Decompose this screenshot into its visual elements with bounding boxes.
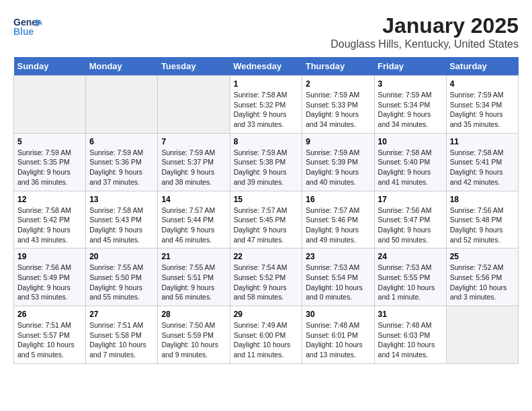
day-detail: Sunrise: 7:53 AM Sunset: 5:55 PM Dayligh… [378,263,443,302]
calendar-cell: 28Sunrise: 7:50 AM Sunset: 5:59 PM Dayli… [158,306,230,364]
day-number: 31 [378,310,443,319]
day-detail: Sunrise: 7:58 AM Sunset: 5:43 PM Dayligh… [89,205,154,245]
calendar-cell: 13Sunrise: 7:58 AM Sunset: 5:43 PM Dayli… [86,191,158,248]
calendar-cell: 16Sunrise: 7:57 AM Sunset: 5:46 PM Dayli… [302,191,374,248]
day-detail: Sunrise: 7:55 AM Sunset: 5:51 PM Dayligh… [161,263,226,302]
calendar-cell: 15Sunrise: 7:57 AM Sunset: 5:45 PM Dayli… [230,191,302,248]
day-detail: Sunrise: 7:59 AM Sunset: 5:37 PM Dayligh… [161,148,226,187]
calendar-cell: 18Sunrise: 7:56 AM Sunset: 5:48 PM Dayli… [446,191,518,248]
location-title: Douglass Hills, Kentucky, United States [330,38,519,50]
day-number: 22 [234,252,299,261]
calendar-cell: 12Sunrise: 7:58 AM Sunset: 5:42 PM Dayli… [14,191,86,248]
day-number: 3 [378,79,443,89]
day-number: 28 [161,310,226,319]
weekday-header: Friday [374,57,446,76]
calendar-cell: 4Sunrise: 7:59 AM Sunset: 5:34 PM Daylig… [446,76,518,134]
day-detail: Sunrise: 7:58 AM Sunset: 5:41 PM Dayligh… [450,148,515,187]
logo: General Blue [13,13,42,42]
month-title: January 2025 [330,13,519,38]
day-number: 9 [306,137,370,146]
calendar-cell [446,306,518,364]
calendar-cell: 9Sunrise: 7:59 AM Sunset: 5:39 PM Daylig… [302,133,374,191]
calendar-cell: 26Sunrise: 7:51 AM Sunset: 5:57 PM Dayli… [14,306,86,364]
day-detail: Sunrise: 7:57 AM Sunset: 5:45 PM Dayligh… [234,205,299,245]
day-detail: Sunrise: 7:56 AM Sunset: 5:49 PM Dayligh… [17,263,82,302]
calendar-cell: 19Sunrise: 7:56 AM Sunset: 5:49 PM Dayli… [14,248,86,306]
day-number: 16 [306,195,370,204]
day-detail: Sunrise: 7:48 AM Sunset: 6:03 PM Dayligh… [378,320,443,360]
calendar-cell [14,76,86,134]
calendar-week-row: 12Sunrise: 7:58 AM Sunset: 5:42 PM Dayli… [14,191,519,248]
calendar-cell: 17Sunrise: 7:56 AM Sunset: 5:47 PM Dayli… [374,191,446,248]
svg-text:Blue: Blue [13,26,34,37]
calendar-cell: 11Sunrise: 7:58 AM Sunset: 5:41 PM Dayli… [446,133,518,191]
calendar-cell: 23Sunrise: 7:53 AM Sunset: 5:54 PM Dayli… [302,248,374,306]
day-detail: Sunrise: 7:54 AM Sunset: 5:52 PM Dayligh… [234,263,299,302]
day-number: 19 [17,252,82,261]
day-detail: Sunrise: 7:49 AM Sunset: 6:00 PM Dayligh… [234,320,299,360]
day-number: 11 [450,137,515,146]
day-detail: Sunrise: 7:56 AM Sunset: 5:48 PM Dayligh… [450,205,515,245]
calendar-cell: 31Sunrise: 7:48 AM Sunset: 6:03 PM Dayli… [374,306,446,364]
day-number: 18 [450,195,515,204]
day-number: 2 [306,79,370,89]
calendar-cell: 5Sunrise: 7:59 AM Sunset: 5:35 PM Daylig… [14,133,86,191]
day-detail: Sunrise: 7:55 AM Sunset: 5:50 PM Dayligh… [89,263,154,302]
day-detail: Sunrise: 7:56 AM Sunset: 5:47 PM Dayligh… [378,205,443,245]
day-detail: Sunrise: 7:59 AM Sunset: 5:38 PM Dayligh… [234,148,299,187]
day-detail: Sunrise: 7:48 AM Sunset: 6:01 PM Dayligh… [306,320,370,360]
day-number: 7 [161,137,226,146]
day-detail: Sunrise: 7:59 AM Sunset: 5:33 PM Dayligh… [306,90,370,130]
day-number: 4 [450,79,515,89]
day-number: 25 [450,252,515,261]
day-detail: Sunrise: 7:53 AM Sunset: 5:54 PM Dayligh… [306,263,370,302]
page-header: General Blue January 2025 Douglass Hills… [13,13,519,50]
day-detail: Sunrise: 7:58 AM Sunset: 5:32 PM Dayligh… [234,90,299,130]
weekday-header: Thursday [302,57,374,76]
logo-graphic: General Blue [13,13,42,42]
day-detail: Sunrise: 7:59 AM Sunset: 5:34 PM Dayligh… [378,90,443,130]
calendar-cell [86,76,158,134]
calendar-cell: 20Sunrise: 7:55 AM Sunset: 5:50 PM Dayli… [86,248,158,306]
calendar-cell: 24Sunrise: 7:53 AM Sunset: 5:55 PM Dayli… [374,248,446,306]
day-number: 30 [306,310,370,319]
weekday-header: Saturday [446,57,518,76]
day-number: 10 [378,137,443,146]
day-detail: Sunrise: 7:59 AM Sunset: 5:34 PM Dayligh… [450,90,515,130]
day-detail: Sunrise: 7:59 AM Sunset: 5:36 PM Dayligh… [89,148,154,187]
day-number: 15 [234,195,299,204]
day-detail: Sunrise: 7:58 AM Sunset: 5:40 PM Dayligh… [378,148,443,187]
calendar-cell: 1Sunrise: 7:58 AM Sunset: 5:32 PM Daylig… [230,76,302,134]
calendar-table: SundayMondayTuesdayWednesdayThursdayFrid… [13,57,519,364]
day-detail: Sunrise: 7:52 AM Sunset: 5:56 PM Dayligh… [450,263,515,302]
calendar-cell: 22Sunrise: 7:54 AM Sunset: 5:52 PM Dayli… [230,248,302,306]
day-number: 23 [306,252,370,261]
calendar-cell: 30Sunrise: 7:48 AM Sunset: 6:01 PM Dayli… [302,306,374,364]
day-number: 17 [378,195,443,204]
calendar-week-row: 26Sunrise: 7:51 AM Sunset: 5:57 PM Dayli… [14,306,519,364]
calendar-week-row: 19Sunrise: 7:56 AM Sunset: 5:49 PM Dayli… [14,248,519,306]
weekday-header: Sunday [14,57,86,76]
day-number: 21 [161,252,226,261]
day-number: 20 [89,252,154,261]
calendar-cell: 3Sunrise: 7:59 AM Sunset: 5:34 PM Daylig… [374,76,446,134]
calendar-week-row: 1Sunrise: 7:58 AM Sunset: 5:32 PM Daylig… [14,76,519,134]
calendar-cell: 2Sunrise: 7:59 AM Sunset: 5:33 PM Daylig… [302,76,374,134]
day-detail: Sunrise: 7:57 AM Sunset: 5:44 PM Dayligh… [161,205,226,245]
day-number: 29 [234,310,299,319]
day-detail: Sunrise: 7:57 AM Sunset: 5:46 PM Dayligh… [306,205,370,245]
day-number: 5 [17,137,82,146]
day-number: 1 [234,79,299,89]
calendar-cell: 25Sunrise: 7:52 AM Sunset: 5:56 PM Dayli… [446,248,518,306]
day-detail: Sunrise: 7:59 AM Sunset: 5:39 PM Dayligh… [306,148,370,187]
calendar-cell [158,76,230,134]
day-detail: Sunrise: 7:50 AM Sunset: 5:59 PM Dayligh… [161,320,226,360]
calendar-body: 1Sunrise: 7:58 AM Sunset: 5:32 PM Daylig… [14,76,519,364]
calendar-cell: 6Sunrise: 7:59 AM Sunset: 5:36 PM Daylig… [86,133,158,191]
calendar-cell: 7Sunrise: 7:59 AM Sunset: 5:37 PM Daylig… [158,133,230,191]
day-number: 24 [378,252,443,261]
weekday-header: Tuesday [158,57,230,76]
day-number: 6 [89,137,154,146]
calendar-week-row: 5Sunrise: 7:59 AM Sunset: 5:35 PM Daylig… [14,133,519,191]
day-number: 8 [234,137,299,146]
